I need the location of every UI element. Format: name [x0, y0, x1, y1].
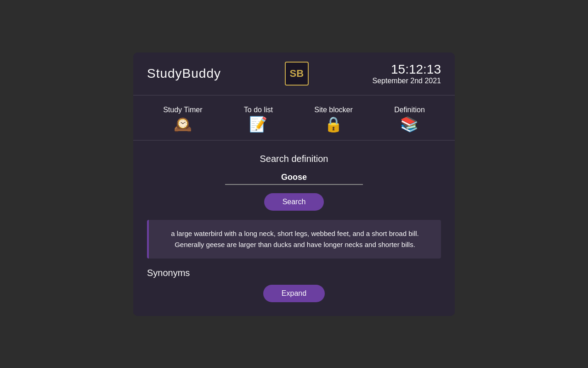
section-title: Search definition: [147, 154, 441, 164]
search-input[interactable]: [225, 171, 363, 185]
expand-button[interactable]: Expand: [263, 285, 325, 302]
todo-icon: 📝: [249, 117, 267, 132]
nav-tabs: Study Timer 🕰️ To do list 📝 Site blocker…: [133, 96, 455, 141]
tab-site-blocker[interactable]: Site blocker 🔒: [309, 103, 358, 134]
datetime: 15:12:13 September 2nd 2021: [373, 62, 441, 85]
definition-panel: Search definition Search a large waterbi…: [133, 141, 455, 316]
header: StudyBuddy SB 15:12:13 September 2nd 202…: [133, 52, 455, 96]
sb-badge: SB: [285, 62, 309, 86]
search-btn-wrapper: Search: [147, 193, 441, 211]
app-name: StudyBuddy: [147, 66, 221, 81]
search-button[interactable]: Search: [264, 193, 324, 211]
tab-todo-list-label: To do list: [244, 106, 273, 114]
synonyms-label: Synonyms: [147, 268, 441, 278]
clock-date: September 2nd 2021: [373, 77, 441, 85]
tab-definition-label: Definition: [394, 106, 425, 114]
clock-time: 15:12:13: [373, 62, 441, 77]
tab-study-timer[interactable]: Study Timer 🕰️: [158, 103, 208, 134]
app-container: StudyBuddy SB 15:12:13 September 2nd 202…: [133, 52, 455, 316]
definition-box: a large waterbird with a long neck, shor…: [147, 220, 441, 259]
tab-site-blocker-label: Site blocker: [314, 106, 353, 114]
blocker-icon: 🔒: [324, 117, 343, 132]
timer-icon: 🕰️: [174, 117, 192, 132]
definition-icon: 📚: [400, 117, 418, 132]
expand-btn-wrapper: Expand: [147, 285, 441, 302]
search-input-wrapper: [147, 171, 441, 185]
tab-definition[interactable]: Definition 📚: [389, 103, 430, 134]
tab-todo-list[interactable]: To do list 📝: [238, 103, 278, 134]
tab-study-timer-label: Study Timer: [163, 106, 202, 114]
definition-text: a large waterbird with a long neck, shor…: [158, 228, 432, 250]
